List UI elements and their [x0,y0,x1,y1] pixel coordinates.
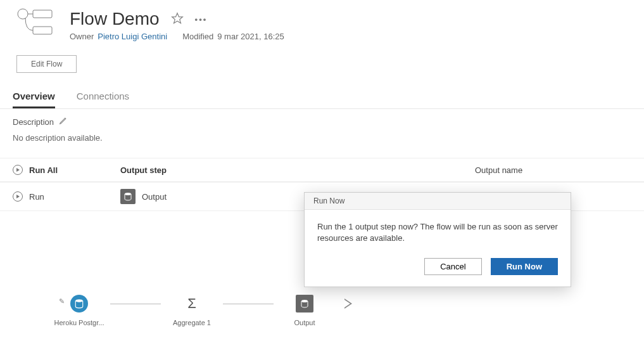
favorite-icon[interactable] [171,12,184,27]
edit-node-icon: ✎ [59,297,65,306]
run-now-dialog: Run Now Run the 1 output step now? The f… [304,192,571,287]
svg-marker-3 [172,13,182,23]
tab-connections[interactable]: Connections [77,91,129,108]
play-icon [13,191,23,202]
dialog-title: Run Now [305,193,571,210]
owner-label: Owner [70,32,94,41]
description-text: No description available. [13,133,631,143]
output-step-icon [120,189,136,204]
output-step-header: Output step [120,165,475,175]
svg-point-4 [125,193,131,195]
flow-link [110,304,161,304]
svg-point-6 [301,300,308,302]
run-output-icon[interactable] [338,299,346,309]
description-label: Description [13,117,54,127]
edit-description-icon[interactable] [59,117,67,127]
more-icon[interactable]: ••• [195,15,208,24]
sigma-icon: Σ [183,295,201,313]
page-title: Flow Demo [70,9,160,29]
svg-rect-1 [33,10,52,18]
flow-node-source[interactable]: ✎ Heroku Postgr... [51,295,108,326]
flow-node-aggregate[interactable]: Σ Aggregate 1 [163,295,220,326]
owner-link[interactable]: Pietro Luigi Gentini [98,32,167,41]
flow-link [223,304,274,304]
svg-point-5 [75,299,82,302]
play-icon [13,165,23,175]
run-all-header[interactable]: Run All [13,165,120,175]
svg-point-0 [18,9,28,19]
edit-flow-button[interactable]: Edit Flow [16,55,77,73]
flow-diagram: ✎ Heroku Postgr... Σ Aggregate 1 Output [51,295,346,326]
cancel-button[interactable]: Cancel [424,258,481,275]
run-row-button[interactable]: Run [13,191,120,202]
output-node-icon [296,295,313,313]
dialog-body: Run the 1 output step now? The flow will… [305,210,571,249]
output-step-label: Output [142,192,167,202]
modified-value: 9 mar 2021, 16:25 [217,32,284,41]
flow-node-output[interactable]: Output [276,295,333,326]
output-name-header: Output name [475,165,631,175]
svg-rect-2 [33,27,52,34]
modified-label: Modified [182,32,213,41]
tab-overview[interactable]: Overview [13,91,55,108]
run-now-button[interactable]: Run Now [491,258,558,275]
flow-type-icon [16,5,54,41]
